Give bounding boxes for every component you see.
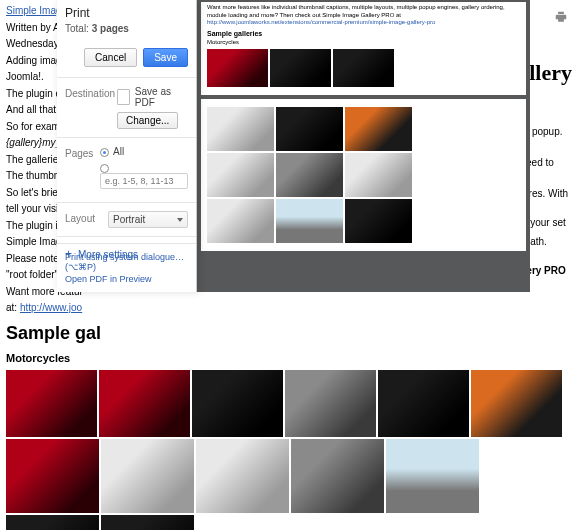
layout-row: Layout Portrait <box>57 205 196 234</box>
preview-thumb <box>207 107 274 151</box>
pages-row: Pages All <box>57 140 196 200</box>
pdf-icon <box>117 89 130 105</box>
preview-page-1: Want more features like individual thumb… <box>201 2 526 95</box>
gallery-thumb[interactable] <box>192 370 283 437</box>
gallery-thumb[interactable] <box>291 439 384 513</box>
preview-thumb <box>207 199 274 243</box>
preview-thumb <box>207 49 268 87</box>
preview-thumb <box>276 107 343 151</box>
preview-thumb <box>276 153 343 197</box>
preview-page-2 <box>201 99 526 251</box>
at-label: at: <box>6 302 20 313</box>
gallery-thumb[interactable] <box>285 370 376 437</box>
open-pdf-preview-link[interactable]: Open PDF in Preview <box>65 274 152 284</box>
pages-range-input[interactable] <box>100 173 188 189</box>
preview-samples-heading: Sample galleries <box>207 30 520 39</box>
change-destination-button[interactable]: Change... <box>117 112 178 129</box>
gallery-grid <box>6 370 566 530</box>
preview-thumb <box>270 49 331 87</box>
cancel-button[interactable]: Cancel <box>84 48 137 67</box>
gallery-thumb[interactable] <box>99 370 190 437</box>
moto-heading: Motorcycles <box>6 351 566 366</box>
print-icon[interactable] <box>554 10 568 24</box>
destination-label: Destination <box>65 86 111 99</box>
destination-value: Save as PDF <box>135 86 188 108</box>
preview-thumb <box>345 153 412 197</box>
preview-promo-link: http://www.joomlaworks.net/extensions/co… <box>207 19 435 25</box>
layout-value: Portrait <box>113 214 145 225</box>
dialog-title: Print <box>65 6 188 20</box>
layout-select[interactable]: Portrait <box>108 211 188 228</box>
gallery-thumb[interactable] <box>378 370 469 437</box>
preview-thumb <box>345 199 412 243</box>
gallery-thumb[interactable] <box>471 370 562 437</box>
gallery-thumb[interactable] <box>196 439 289 513</box>
preview-thumb <box>207 153 274 197</box>
pages-range-radio[interactable] <box>100 164 109 173</box>
samples-heading: Sample gal <box>6 321 566 345</box>
gallery-thumb[interactable] <box>101 515 194 530</box>
gallery-thumb[interactable] <box>6 370 97 437</box>
preview-thumb <box>333 49 394 87</box>
gallery-thumb[interactable] <box>386 439 479 513</box>
print-preview-panel: Want more features like individual thumb… <box>197 0 530 292</box>
chevron-down-icon <box>177 218 183 222</box>
layout-label: Layout <box>65 211 102 224</box>
save-button[interactable]: Save <box>143 48 188 67</box>
destination-row: Destination Save as PDF Change... <box>57 80 196 135</box>
preview-promo: Want more features like individual thumb… <box>207 4 520 19</box>
preview-thumb <box>345 107 412 151</box>
gallery-thumb[interactable] <box>6 515 99 530</box>
gallery-thumb[interactable] <box>101 439 194 513</box>
preview-moto-heading: Motorcycles <box>207 39 520 47</box>
pages-label: Pages <box>65 146 94 159</box>
pages-all-label: All <box>113 146 124 157</box>
gallery-thumb[interactable] <box>6 439 99 513</box>
promo-link-trunc[interactable]: http://www.joo <box>20 302 82 313</box>
dialog-total: Total: 3 pages <box>65 23 188 34</box>
pages-all-radio[interactable] <box>100 148 109 157</box>
system-dialogue-link[interactable]: Print using system dialogue… (⌥⌘P) <box>65 252 184 272</box>
preview-thumb <box>276 199 343 243</box>
print-dialog: Print Total: 3 pages Cancel Save Destina… <box>57 0 197 292</box>
